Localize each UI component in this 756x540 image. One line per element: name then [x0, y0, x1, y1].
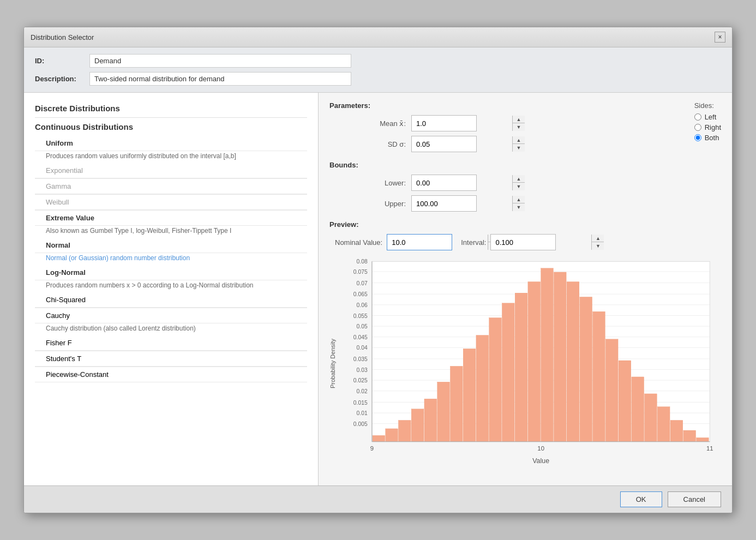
sd-input[interactable] [412, 138, 512, 151]
dist-cauchy[interactable]: Cauchy [35, 308, 307, 323]
mean-up-button[interactable]: ▲ [513, 116, 525, 123]
svg-text:11: 11 [706, 445, 713, 452]
side-left-label: Left [705, 113, 717, 121]
interval-input[interactable] [491, 236, 591, 249]
discrete-title: Discrete Distributions [35, 104, 307, 113]
svg-text:0.035: 0.035 [353, 356, 368, 362]
upper-up-button[interactable]: ▲ [513, 196, 525, 203]
dist-extreme-value[interactable]: Extreme Value [35, 211, 307, 226]
mean-input[interactable] [412, 117, 512, 130]
dist-students-t[interactable]: Student's T [35, 351, 307, 367]
interval-up-button[interactable]: ▲ [592, 235, 604, 242]
dist-fisher-f[interactable]: Fisher F [35, 335, 307, 351]
svg-text:0.005: 0.005 [353, 421, 368, 427]
side-right-label: Right [705, 123, 721, 131]
side-right-radio[interactable] [694, 124, 701, 131]
mean-down-button[interactable]: ▼ [513, 123, 525, 131]
svg-text:0.075: 0.075 [353, 269, 368, 275]
svg-rect-34 [386, 429, 398, 442]
interval-label: Interval: [461, 238, 486, 247]
interval-down-button[interactable]: ▼ [592, 242, 604, 250]
mean-spinner-buttons: ▲ ▼ [512, 116, 525, 131]
side-left-radio[interactable] [694, 113, 701, 121]
svg-rect-48 [567, 281, 579, 441]
svg-rect-43 [502, 303, 514, 442]
interval-group: Interval: ▲ ▼ [461, 234, 556, 250]
dist-uniform-desc: Produces random values uniformly distrib… [35, 151, 307, 163]
dist-gamma[interactable]: Gamma [35, 179, 307, 194]
side-both-radio[interactable] [694, 134, 701, 141]
interval-spinner[interactable]: ▲ ▼ [490, 234, 556, 250]
dist-normal-desc[interactable]: Normal (or Gaussian) random number distr… [35, 253, 307, 265]
lower-down-button[interactable]: ▼ [513, 183, 525, 190]
sides-heading: Sides: [694, 101, 721, 110]
svg-rect-44 [515, 293, 527, 442]
dist-exponential[interactable]: Exponential [35, 163, 307, 178]
mean-spinner[interactable]: ▲ ▼ [411, 115, 477, 131]
side-left-row: Left [694, 113, 721, 121]
dist-piecewise-constant[interactable]: Piecewise-Constant [35, 367, 307, 382]
svg-rect-38 [437, 382, 450, 441]
svg-text:0.045: 0.045 [353, 334, 368, 340]
upper-down-button[interactable]: ▼ [513, 203, 525, 211]
svg-rect-37 [424, 399, 437, 441]
chart-inner: 0.08 0.075 0.07 0.065 [338, 256, 721, 471]
sides-section: Sides: Left Right Both [694, 101, 721, 144]
description-input[interactable] [89, 72, 351, 86]
nominal-group: Nominal Value: ▲ ▼ [335, 234, 452, 250]
svg-rect-45 [528, 281, 541, 441]
sd-spinner-buttons: ▲ ▼ [512, 136, 525, 152]
svg-text:0.05: 0.05 [357, 323, 368, 329]
description-label: Description: [35, 75, 89, 83]
svg-rect-41 [476, 335, 489, 442]
upper-input[interactable] [412, 197, 512, 210]
preview-section: Preview: Nominal Value: ▲ ▼ [329, 220, 721, 471]
y-axis-label: Probability Density [329, 339, 336, 388]
svg-rect-36 [411, 409, 424, 442]
dist-lognormal-desc: Produces random numbers x > 0 according … [35, 280, 307, 292]
footer: OK Cancel [24, 485, 732, 513]
sd-row: SD σ: ▲ ▼ [329, 136, 721, 152]
svg-rect-54 [645, 394, 657, 442]
lower-input[interactable] [412, 177, 512, 189]
svg-rect-56 [670, 420, 683, 441]
mean-label: Mean x̄: [362, 119, 406, 128]
nominal-label: Nominal Value: [335, 238, 382, 247]
close-button[interactable]: × [715, 32, 725, 43]
svg-rect-40 [463, 349, 476, 441]
sd-down-button[interactable]: ▼ [513, 144, 525, 152]
dist-uniform[interactable]: Uniform [35, 136, 307, 151]
svg-text:0.065: 0.065 [353, 291, 368, 297]
svg-rect-58 [697, 437, 709, 441]
lower-spinner[interactable]: ▲ ▼ [411, 175, 477, 191]
dist-normal[interactable]: Normal [35, 238, 307, 253]
right-panel: Parameters: Mean x̄: ▲ ▼ SD σ: [319, 93, 732, 485]
svg-text:0.04: 0.04 [357, 345, 368, 351]
svg-rect-35 [398, 420, 411, 441]
dist-chisquared[interactable]: Chi-Squared [35, 292, 307, 308]
id-field-row: ID: [35, 54, 721, 68]
lower-up-button[interactable]: ▲ [513, 175, 525, 183]
ok-button[interactable]: OK [620, 491, 662, 507]
side-both-label: Both [705, 134, 719, 142]
title-bar: Distribution Selector × [24, 27, 732, 47]
svg-rect-52 [619, 361, 631, 442]
svg-rect-49 [580, 297, 592, 441]
cancel-button[interactable]: Cancel [668, 491, 721, 507]
upper-spinner-buttons: ▲ ▼ [512, 196, 525, 211]
dist-extreme-value-desc: Also known as Gumbel Type I, log-Weibull… [35, 226, 307, 238]
sd-spinner[interactable]: ▲ ▼ [411, 136, 477, 152]
svg-rect-46 [541, 268, 554, 442]
svg-rect-50 [593, 311, 605, 441]
svg-text:0.055: 0.055 [353, 313, 368, 319]
upper-spinner[interactable]: ▲ ▼ [411, 195, 477, 212]
nominal-spinner[interactable]: ▲ ▼ [387, 234, 452, 250]
dialog-title: Distribution Selector [31, 33, 94, 41]
svg-text:Value: Value [532, 457, 549, 465]
svg-rect-47 [554, 272, 566, 442]
dist-weibull[interactable]: Weibull [35, 195, 307, 210]
sd-up-button[interactable]: ▲ [513, 136, 525, 144]
dist-lognormal[interactable]: Log-Normal [35, 265, 307, 280]
svg-rect-42 [489, 318, 502, 442]
id-input[interactable] [89, 54, 351, 68]
